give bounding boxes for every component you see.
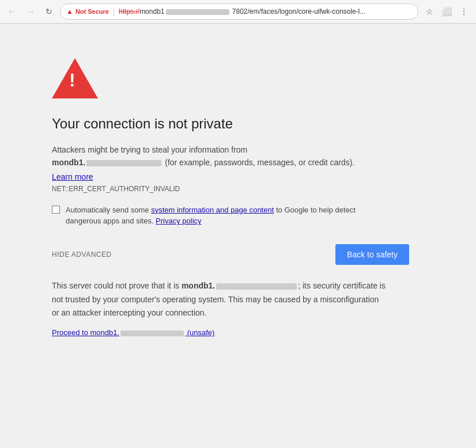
- description-text: Attackers might be trying to steal your …: [52, 143, 386, 169]
- checkbox-container: [52, 206, 60, 216]
- page-title: Your connection is not private: [52, 116, 476, 132]
- learn-more-link[interactable]: Learn more: [52, 172, 476, 181]
- proceed-link[interactable]: Proceed to mondb1. (unsafe): [52, 328, 214, 337]
- checkbox-label: Automatically send some system informati…: [66, 204, 386, 227]
- extension-button[interactable]: ⬜: [439, 4, 454, 19]
- advanced-redacted: [216, 283, 297, 290]
- page-content: Your connection is not private Attackers…: [0, 24, 476, 447]
- hostname-bold: mondb1.: [52, 158, 85, 167]
- advanced-description: This server could not prove that it is m…: [52, 279, 386, 320]
- address-bar[interactable]: ▲ Not Secure | https://mondb1​ 7802/em/f…: [60, 3, 418, 20]
- url-host: mondb1: [139, 7, 164, 16]
- browser-chrome: ← → ↻ ▲ Not Secure | https://mondb1​ 780…: [0, 0, 476, 24]
- action-bar: HIDE ADVANCED Back to safety: [52, 244, 421, 265]
- hide-advanced-button[interactable]: HIDE ADVANCED: [52, 250, 112, 259]
- checkbox-section: Automatically send some system informati…: [52, 204, 386, 227]
- url-path: 7802/em/faces/logon/core-uifwk-console-l…: [232, 7, 365, 16]
- advanced-section: This server could not prove that it is m…: [52, 279, 386, 337]
- reload-button[interactable]: ↻: [41, 4, 56, 19]
- url-protocol: https://: [119, 7, 139, 16]
- url-display: https://mondb1​ 7802/em/faces/logon/core…: [119, 7, 365, 16]
- bookmark-button[interactable]: ☆: [422, 4, 437, 19]
- privacy-policy-link[interactable]: Privacy policy: [156, 217, 201, 225]
- url-redacted: [166, 9, 229, 15]
- system-info-link[interactable]: system information and page content: [151, 206, 274, 214]
- toolbar-icons: ☆ ⬜ ⋮: [422, 4, 471, 19]
- proceed-redacted: [120, 331, 184, 336]
- menu-button[interactable]: ⋮: [456, 4, 471, 19]
- description-line2: (for example, passwords, messages, or cr…: [163, 158, 354, 167]
- proceed-link-container: Proceed to mondb1. (unsafe): [52, 327, 386, 337]
- url-divider: |: [113, 7, 115, 16]
- back-button[interactable]: ←: [5, 4, 20, 19]
- hostname-redacted: [86, 160, 161, 166]
- not-secure-label: Not Secure: [75, 8, 109, 15]
- security-warning: ▲ Not Secure: [66, 7, 109, 16]
- checkbox-label-part1: Automatically send some: [66, 206, 151, 214]
- back-to-safety-button[interactable]: Back to safety: [335, 244, 409, 265]
- forward-button[interactable]: →: [23, 4, 38, 19]
- warning-triangle-small-icon: ▲: [66, 7, 73, 16]
- proceed-link-suffix: (unsafe): [187, 328, 215, 337]
- advanced-text-part1: This server could not prove that it is: [52, 281, 182, 290]
- proceed-link-prefix: Proceed to mondb1.: [52, 328, 119, 337]
- send-data-checkbox[interactable]: [52, 206, 60, 214]
- error-code: NET::ERR_CERT_AUTHORITY_INVALID: [52, 185, 476, 193]
- warning-triangle-icon: [52, 58, 98, 98]
- browser-toolbar: ← → ↻ ▲ Not Secure | https://mondb1​ 780…: [0, 0, 476, 23]
- description-line1: Attackers might be trying to steal your …: [52, 145, 247, 154]
- advanced-hostname: mondb1.: [182, 281, 215, 290]
